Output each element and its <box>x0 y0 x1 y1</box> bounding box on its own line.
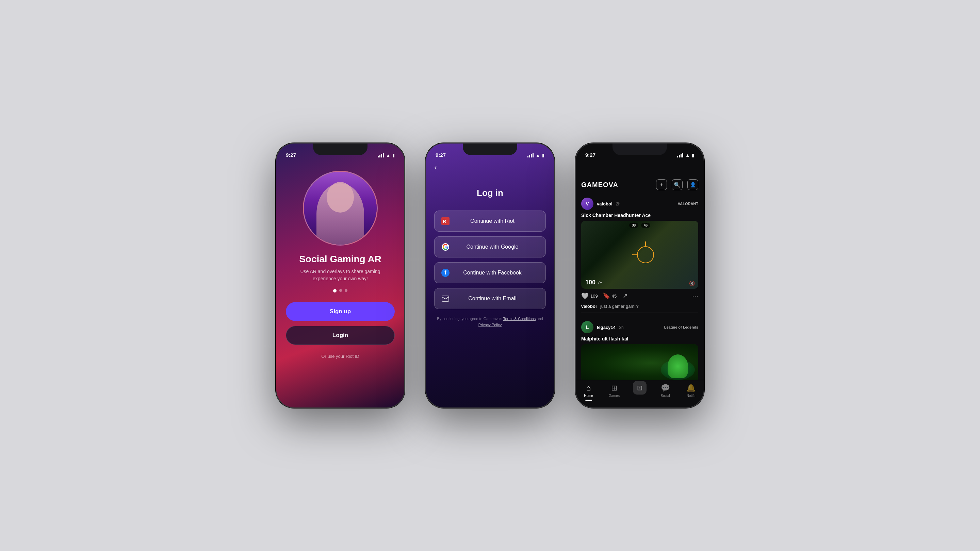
login-button[interactable]: Login <box>286 326 395 345</box>
wifi-icon: ▲ <box>536 153 540 158</box>
post-1-meta: valoboi 2h <box>597 201 678 207</box>
add-post-button[interactable]: ＋ <box>656 179 667 190</box>
post-1-time: 2h <box>616 202 620 206</box>
svg-text:R: R <box>443 219 446 224</box>
hud-top: 38 46 <box>581 223 698 228</box>
terms-text: By continuing, you agree to Gameova's Te… <box>426 316 554 328</box>
back-button[interactable]: ‹ <box>434 163 437 172</box>
more-options-button[interactable]: ⋯ <box>692 292 698 300</box>
email-icon <box>441 294 450 303</box>
welcome-screen: 9:27 ▲ ▮ <box>276 143 404 408</box>
login-buttons: R Continue with Riot <box>426 211 554 309</box>
email-button-label: Continue with Email <box>455 295 530 302</box>
mute-button[interactable]: 🔇 <box>689 281 695 286</box>
continue-facebook-button[interactable]: f Continue with Facebook <box>434 262 546 283</box>
status-icons-2: ▲ ▮ <box>527 153 544 158</box>
bookmark-button[interactable]: 🔖 45 <box>603 292 617 300</box>
nav-games-label: Games <box>609 394 620 398</box>
dot-3 <box>345 289 347 292</box>
nav-home-label: Home <box>584 394 593 398</box>
post-2-header: L legacy14 2h League of Legends <box>581 321 698 333</box>
nav-notifs[interactable]: 🔔 Notifs <box>678 384 704 401</box>
caption-username: valoboi <box>581 304 597 309</box>
profile-button[interactable]: 👤 <box>687 179 698 190</box>
hp-value: 100 <box>585 279 595 286</box>
post-1-actions: 🤍 109 🔖 45 ↗ ⋯ <box>581 289 698 303</box>
score-left: 38 <box>629 223 638 228</box>
terms-link[interactable]: Terms & Conditions <box>503 317 536 321</box>
riot-button-label: Continue with Riot <box>455 218 530 224</box>
dot-1 <box>333 289 337 292</box>
header-icons: ＋ 🔍 👤 <box>656 179 698 190</box>
svg-rect-3 <box>442 296 449 301</box>
battery-icon: ▮ <box>542 153 544 158</box>
google-icon <box>441 242 450 252</box>
continue-email-button[interactable]: Continue with Email <box>434 288 546 309</box>
notifs-icon: 🔔 <box>686 384 695 392</box>
post-2-username: legacy14 <box>597 325 616 330</box>
feed-scroll: V valoboi 2h VALORANT Sick Chamber Headh… <box>576 194 704 380</box>
phones-container: 9:27 ▲ ▮ <box>275 143 705 408</box>
signup-button[interactable]: Sign up <box>286 302 395 321</box>
nav-capture[interactable]: ⊡ <box>627 384 652 401</box>
continue-google-button[interactable]: Continue with Google <box>434 237 546 257</box>
status-icons-1: ▲ ▮ <box>378 153 395 158</box>
app-header: GAMEOVA ＋ 🔍 👤 <box>576 160 704 194</box>
post-1-header: V valoboi 2h VALORANT <box>581 198 698 210</box>
post-2-avatar: L <box>581 321 593 333</box>
ammo-value: 7+ <box>598 280 602 285</box>
facebook-icon: f <box>441 268 450 278</box>
nav-social[interactable]: 💬 Social <box>653 384 678 401</box>
post-1-username: valoboi <box>597 202 612 206</box>
valorant-game-scene: 38 46 100 7+ <box>581 221 698 289</box>
facebook-button-label: Continue with Facebook <box>455 270 530 276</box>
search-button[interactable]: 🔍 <box>672 179 682 190</box>
capture-icon: ⊡ <box>637 384 643 392</box>
battery-icon: ▮ <box>692 153 694 158</box>
lol-character <box>668 354 688 378</box>
feed-post-1: V valoboi 2h VALORANT Sick Chamber Headh… <box>576 194 704 313</box>
nav-home[interactable]: ⌂ Home <box>576 384 601 401</box>
riot-id-text: Or use your Riot ID <box>286 354 395 359</box>
status-bar-2: 9:27 ▲ ▮ <box>426 143 554 160</box>
power-button <box>704 208 705 229</box>
status-icons-3: ▲ ▮ <box>677 153 694 158</box>
power-button <box>554 208 555 229</box>
heart-icon: 🤍 <box>581 292 589 300</box>
share-button[interactable]: ↗ <box>621 292 628 300</box>
home-icon: ⌂ <box>586 384 591 392</box>
riot-icon: R <box>441 216 450 226</box>
welcome-buttons: Sign up Login Or use your Riot ID <box>276 302 404 359</box>
caption-text: just a gamer gamin' <box>600 304 639 309</box>
post-2-image <box>581 344 698 380</box>
phone-3: 9:27 ▲ ▮ GAMEOVA <box>575 143 705 408</box>
post-2-game-tag: League of Legends <box>664 325 698 329</box>
login-screen: 9:27 ▲ ▮ ‹ Log in <box>426 143 554 408</box>
like-button[interactable]: 🤍 109 <box>581 292 598 300</box>
post-1-image: 38 46 100 7+ <box>581 221 698 289</box>
status-bar-1: 9:27 ▲ ▮ <box>276 143 404 160</box>
wifi-icon: ▲ <box>685 153 690 158</box>
nav-social-label: Social <box>661 394 670 398</box>
post-2-time: 2h <box>619 325 624 330</box>
nav-games[interactable]: ⊞ Games <box>601 384 627 401</box>
privacy-link[interactable]: Privacy Policy <box>479 323 501 327</box>
phone-1: 9:27 ▲ ▮ <box>275 143 405 408</box>
post-2-title: Malphite ult flash fail <box>581 336 698 341</box>
nav-notifs-label: Notifs <box>687 394 695 398</box>
capture-icon-box: ⊡ <box>633 381 646 395</box>
login-title: Log in <box>477 188 503 198</box>
page-dots <box>333 289 347 292</box>
post-2-meta: legacy14 2h <box>597 324 664 330</box>
like-count: 109 <box>590 294 598 299</box>
signal-icon <box>378 153 384 157</box>
post-1-avatar: V <box>581 198 593 210</box>
phone-2: 9:27 ▲ ▮ ‹ Log in <box>425 143 555 408</box>
signal-icon <box>677 153 683 157</box>
app-logo: GAMEOVA <box>581 181 656 189</box>
post-1-game-tag: VALORANT <box>678 202 698 206</box>
hud-bottom: 100 7+ <box>585 279 602 286</box>
score-right: 46 <box>641 223 650 228</box>
continue-riot-button[interactable]: R Continue with Riot <box>434 211 546 232</box>
profile-avatar <box>303 171 378 246</box>
